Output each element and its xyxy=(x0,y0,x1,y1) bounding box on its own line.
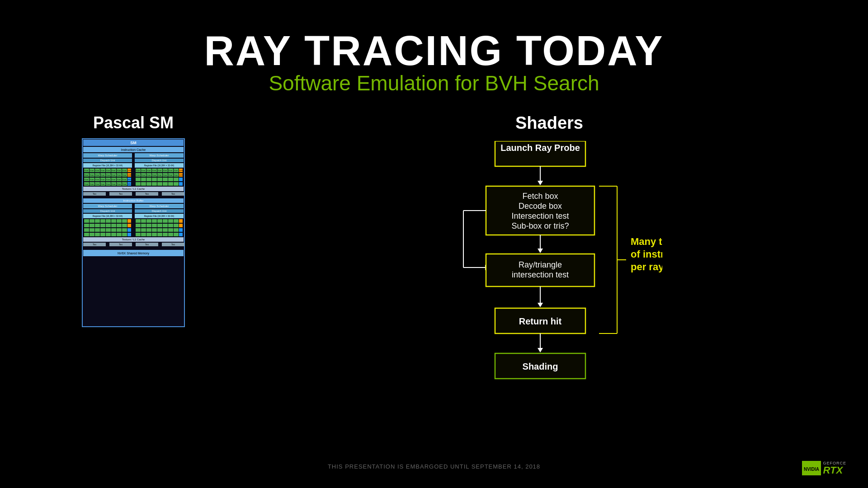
svg-rect-140 xyxy=(168,182,173,186)
svg-rect-127 xyxy=(146,178,151,181)
svg-rect-214 xyxy=(146,224,151,227)
svg-text:Intersection test: Intersection test xyxy=(511,211,569,221)
svg-text:Sub-box or tris?: Sub-box or tris? xyxy=(511,221,569,230)
svg-rect-219 xyxy=(174,224,179,227)
svg-text:Core: Core xyxy=(169,169,173,172)
svg-rect-137 xyxy=(152,182,157,186)
svg-text:Dispatch Unit: Dispatch Unit xyxy=(100,159,115,162)
svg-rect-139 xyxy=(163,182,168,186)
svg-text:Core: Core xyxy=(147,174,151,176)
svg-text:Core: Core xyxy=(90,178,94,181)
svg-rect-234 xyxy=(157,233,162,236)
svg-text:Register File (16,384 × 32-64): Register File (16,384 × 32-64) xyxy=(93,164,123,167)
svg-text:Core: Core xyxy=(106,178,110,181)
svg-text:Tex: Tex xyxy=(93,243,96,246)
svg-text:Dispatch Unit: Dispatch Unit xyxy=(152,210,167,212)
svg-text:Core: Core xyxy=(163,169,167,172)
svg-marker-254 xyxy=(538,181,543,185)
svg-text:Core: Core xyxy=(117,183,121,185)
svg-rect-235 xyxy=(163,233,168,236)
svg-text:Warp Scheduler: Warp Scheduler xyxy=(98,205,118,207)
svg-text:Core: Core xyxy=(174,174,178,176)
svg-text:LD/ST: LD/ST xyxy=(127,174,132,176)
svg-text:Return hit: Return hit xyxy=(519,316,562,326)
svg-text:Instruction Buffer: Instruction Buffer xyxy=(123,199,143,202)
rtx-text: RTX xyxy=(823,465,843,475)
svg-rect-136 xyxy=(146,182,151,186)
shaders-label: Shaders xyxy=(515,113,583,133)
svg-text:Core: Core xyxy=(142,174,146,176)
svg-text:Core: Core xyxy=(117,174,121,176)
svg-rect-182 xyxy=(117,224,122,227)
svg-text:Tex: Tex xyxy=(93,192,96,195)
svg-rect-197 xyxy=(100,233,105,236)
svg-text:intersection test: intersection test xyxy=(512,270,569,279)
svg-rect-229 xyxy=(179,228,183,232)
svg-rect-231 xyxy=(141,233,146,236)
svg-text:Core: Core xyxy=(101,169,105,172)
svg-text:Core: Core xyxy=(112,174,116,176)
svg-text:of instruction slots: of instruction slots xyxy=(631,249,662,260)
svg-text:Tex: Tex xyxy=(145,192,149,195)
svg-rect-224 xyxy=(152,228,157,232)
svg-text:Core: Core xyxy=(174,169,178,172)
pascal-label: Pascal SM xyxy=(93,113,174,132)
svg-rect-186 xyxy=(90,228,94,232)
svg-rect-129 xyxy=(157,178,162,181)
svg-text:Register File (16,384 × 32-64): Register File (16,384 × 32-64) xyxy=(93,215,123,217)
svg-text:Fetch box: Fetch box xyxy=(522,192,558,201)
svg-text:Core: Core xyxy=(123,174,127,176)
svg-rect-198 xyxy=(106,233,111,236)
svg-text:Register File (16,384 × 32-64): Register File (16,384 × 32-64) xyxy=(144,164,175,167)
svg-rect-210 xyxy=(174,219,179,223)
svg-rect-184 xyxy=(127,224,131,227)
svg-text:per ray: per ray xyxy=(631,261,662,272)
svg-rect-174 xyxy=(122,219,127,223)
svg-text:Core: Core xyxy=(112,169,116,172)
svg-text:Core: Core xyxy=(147,169,151,172)
svg-text:Tex: Tex xyxy=(119,243,123,246)
svg-rect-222 xyxy=(141,228,146,232)
svg-text:Launch Ray Probe: Launch Ray Probe xyxy=(500,143,580,153)
svg-rect-177 xyxy=(90,224,94,227)
svg-text:Core: Core xyxy=(117,178,121,181)
svg-text:Shading: Shading xyxy=(523,361,558,371)
svg-rect-233 xyxy=(152,233,157,236)
svg-rect-134 xyxy=(136,182,141,186)
svg-text:Many thousands: Many thousands xyxy=(631,236,662,247)
svg-rect-230 xyxy=(136,233,141,236)
svg-text:Tex: Tex xyxy=(171,243,175,246)
svg-text:Core: Core xyxy=(101,174,105,176)
svg-text:SM: SM xyxy=(130,141,137,145)
svg-rect-218 xyxy=(168,224,173,227)
svg-text:Core: Core xyxy=(152,169,156,172)
svg-text:LD/ST: LD/ST xyxy=(127,170,132,172)
svg-rect-183 xyxy=(122,224,127,227)
svg-text:Core: Core xyxy=(158,174,162,176)
svg-text:Ray/triangle: Ray/triangle xyxy=(519,260,562,269)
svg-text:Core: Core xyxy=(85,183,89,185)
svg-rect-132 xyxy=(174,178,179,181)
svg-text:Tex: Tex xyxy=(145,243,149,246)
svg-rect-167 xyxy=(84,219,89,223)
svg-rect-202 xyxy=(127,233,131,236)
svg-rect-207 xyxy=(157,219,162,223)
svg-text:Dispatch Unit: Dispatch Unit xyxy=(100,210,115,212)
svg-rect-191 xyxy=(117,228,122,232)
svg-text:Core: Core xyxy=(95,183,99,185)
svg-rect-203 xyxy=(136,219,141,223)
svg-text:Warp Scheduler: Warp Scheduler xyxy=(98,154,118,157)
svg-rect-205 xyxy=(146,219,151,223)
svg-rect-128 xyxy=(152,178,157,181)
svg-text:LD/ST: LD/ST xyxy=(179,174,184,176)
svg-rect-175 xyxy=(127,219,131,223)
svg-text:Core: Core xyxy=(123,178,127,181)
svg-rect-170 xyxy=(100,219,105,223)
footer-watermark: THIS PRESENTATION IS EMBARGOED UNTIL SEP… xyxy=(328,463,540,470)
svg-text:Core: Core xyxy=(85,169,89,172)
svg-rect-199 xyxy=(111,233,116,236)
subtitle: Software Emulation for BVH Search xyxy=(204,71,664,95)
svg-rect-206 xyxy=(152,219,157,223)
svg-text:Core: Core xyxy=(95,169,99,172)
svg-text:Texture / L1 Cache: Texture / L1 Cache xyxy=(122,238,145,241)
